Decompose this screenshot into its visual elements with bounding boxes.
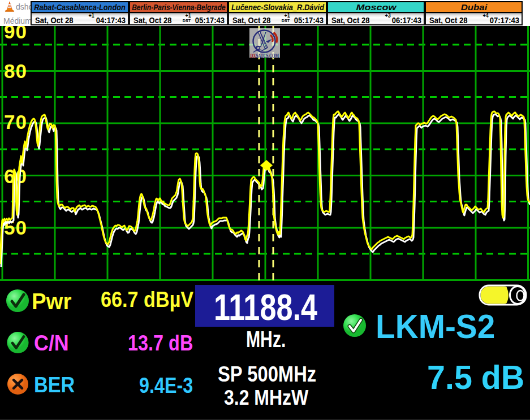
svg-text:90: 90 bbox=[4, 26, 27, 42]
svg-text:DXSATCS.COM: DXSATCS.COM bbox=[251, 53, 279, 59]
svg-text:70: 70 bbox=[4, 111, 27, 133]
svg-text:80: 80 bbox=[4, 60, 27, 82]
